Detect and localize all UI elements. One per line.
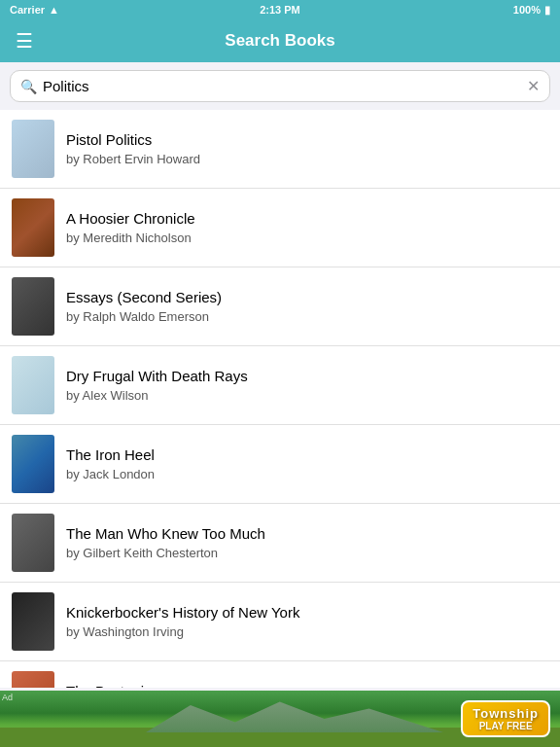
book-item[interactable]: Knickerbocker's History of New Yorkby Wa… bbox=[0, 583, 560, 661]
status-bar: Carrier ▲ 2:13 PM 100% ▮ bbox=[0, 0, 560, 19]
book-cover bbox=[12, 120, 54, 178]
book-item[interactable]: Dry Frugal With Death Raysby Alex Wilson bbox=[0, 346, 560, 425]
status-right: 100% ▮ bbox=[513, 4, 550, 17]
book-cover bbox=[12, 514, 54, 572]
book-author: by Gilbert Keith Chesterton bbox=[66, 546, 548, 560]
ad-label: Ad bbox=[2, 693, 13, 702]
status-time: 2:13 PM bbox=[260, 4, 300, 16]
book-author: by Washington Irving bbox=[66, 624, 548, 639]
book-info: A Hoosier Chronicleby Meredith Nicholson bbox=[66, 210, 548, 245]
book-info: The Man Who Knew Too Muchby Gilbert Keit… bbox=[66, 525, 548, 560]
book-info: Knickerbocker's History of New Yorkby Wa… bbox=[66, 604, 548, 639]
carrier-label: Carrier bbox=[10, 4, 45, 16]
book-info: The Bostoniansby Henry James bbox=[66, 683, 548, 688]
book-item[interactable]: A Hoosier Chronicleby Meredith Nicholson bbox=[0, 189, 560, 267]
search-icon: 🔍 bbox=[20, 79, 37, 94]
book-cover bbox=[12, 435, 54, 493]
township-badge[interactable]: Township PLAY FREE bbox=[461, 700, 550, 737]
book-author: by Ralph Waldo Emerson bbox=[66, 309, 548, 324]
book-title: The Iron Heel bbox=[66, 446, 548, 463]
book-info: Dry Frugal With Death Raysby Alex Wilson bbox=[66, 368, 548, 403]
book-title: Knickerbocker's History of New York bbox=[66, 604, 548, 621]
play-free-label: PLAY FREE bbox=[479, 721, 533, 731]
book-item[interactable]: The Iron Heelby Jack London bbox=[0, 425, 560, 504]
book-info: The Iron Heelby Jack London bbox=[66, 446, 548, 481]
ad-banner[interactable]: Ad Township PLAY FREE bbox=[0, 691, 560, 747]
book-title: Pistol Politics bbox=[66, 131, 548, 148]
book-cover bbox=[12, 592, 54, 651]
book-cover bbox=[12, 671, 54, 688]
ad-content: Ad Township PLAY FREE bbox=[0, 691, 560, 747]
book-list: Pistol Politicsby Robert Ervin HowardA H… bbox=[0, 110, 560, 688]
status-left: Carrier ▲ bbox=[10, 4, 59, 16]
book-cover bbox=[12, 356, 54, 414]
township-title: Township bbox=[472, 706, 539, 721]
book-item[interactable]: The Man Who Knew Too Muchby Gilbert Keit… bbox=[0, 504, 560, 583]
book-item[interactable]: Pistol Politicsby Robert Ervin Howard bbox=[0, 110, 560, 189]
search-bar-container: 🔍 ✕ bbox=[0, 62, 560, 110]
book-item[interactable]: Essays (Second Series)by Ralph Waldo Eme… bbox=[0, 267, 560, 346]
book-title: Essays (Second Series) bbox=[66, 289, 548, 305]
book-author: by Meredith Nicholson bbox=[66, 231, 548, 245]
book-info: Pistol Politicsby Robert Ervin Howard bbox=[66, 131, 548, 166]
search-clear-icon[interactable]: ✕ bbox=[527, 77, 540, 95]
nav-title: Search Books bbox=[225, 31, 334, 51]
book-author: by Jack London bbox=[66, 467, 548, 481]
book-cover bbox=[12, 198, 54, 257]
book-title: Dry Frugal With Death Rays bbox=[66, 368, 548, 384]
book-title: The Bostonians bbox=[66, 683, 548, 688]
wifi-icon: ▲ bbox=[49, 4, 59, 16]
book-title: A Hoosier Chronicle bbox=[66, 210, 548, 227]
nav-bar: ☰ Search Books bbox=[0, 19, 560, 62]
menu-icon[interactable]: ☰ bbox=[16, 29, 33, 53]
search-input[interactable] bbox=[43, 78, 521, 94]
book-info: Essays (Second Series)by Ralph Waldo Eme… bbox=[66, 289, 548, 324]
book-title: The Man Who Knew Too Much bbox=[66, 525, 548, 542]
battery-label: 100% bbox=[513, 4, 541, 16]
book-author: by Alex Wilson bbox=[66, 388, 548, 403]
book-author: by Robert Ervin Howard bbox=[66, 152, 548, 166]
battery-icon: ▮ bbox=[544, 4, 550, 17]
search-bar: 🔍 ✕ bbox=[10, 70, 550, 102]
book-cover bbox=[12, 277, 54, 336]
book-item[interactable]: The Bostoniansby Henry James bbox=[0, 661, 560, 688]
